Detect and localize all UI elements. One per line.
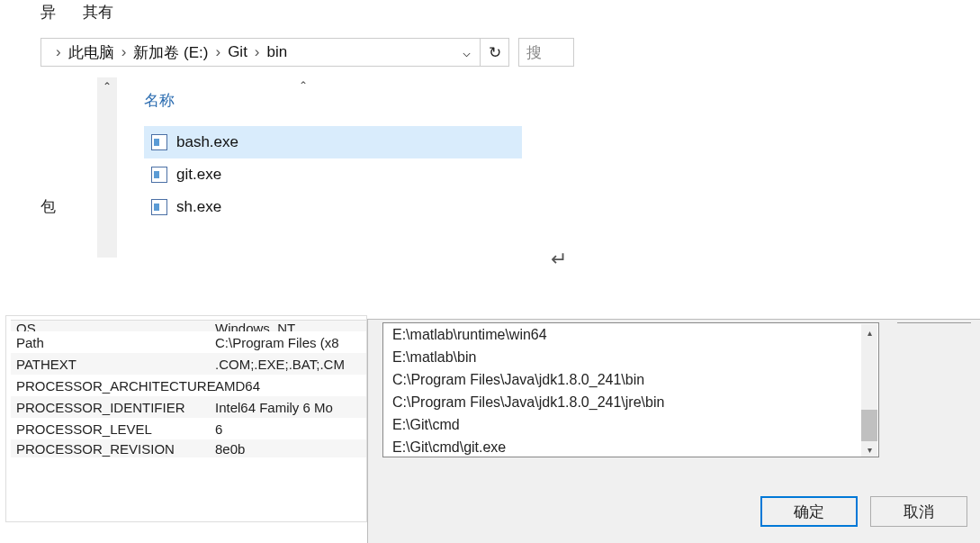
path-item[interactable]: E:\Git\cmd bbox=[383, 413, 878, 436]
file-row[interactable]: sh.exe bbox=[144, 191, 522, 223]
menu-item-1[interactable]: 异 bbox=[40, 2, 56, 23]
env-val: 8e0b bbox=[215, 441, 366, 457]
breadcrumb-sep-icon: › bbox=[247, 43, 267, 61]
cancel-button[interactable]: 取消 bbox=[870, 496, 967, 527]
env-key: PROCESSOR_LEVEL bbox=[11, 421, 215, 437]
path-item[interactable]: E:\Git\cmd\git.exe bbox=[383, 436, 878, 457]
path-item[interactable]: E:\matlab\runtime\win64 bbox=[383, 323, 878, 346]
env-val: 6 bbox=[215, 421, 366, 437]
return-arrow-icon: ↵ bbox=[551, 248, 567, 271]
path-item[interactable]: E:\matlab\bin bbox=[383, 346, 878, 368]
file-name: bash.exe bbox=[176, 133, 238, 151]
sidebar-item-label[interactable]: 包 bbox=[40, 196, 56, 217]
env-row[interactable]: PROCESSOR_REVISION 8e0b bbox=[11, 439, 366, 457]
scroll-thumb[interactable] bbox=[861, 410, 877, 441]
path-list-scrollbar[interactable]: ▴ ▾ bbox=[861, 324, 877, 457]
breadcrumb[interactable]: › 此电脑 › 新加卷 (E:) › Git › bin ⌵ bbox=[40, 38, 481, 67]
env-val: AMD64 bbox=[215, 378, 366, 394]
exe-file-icon bbox=[151, 199, 167, 215]
top-menu: 异 其有 bbox=[40, 2, 113, 23]
sidebar-scrollbar[interactable]: ⌃ bbox=[97, 77, 117, 258]
env-var-table: OS Windows_NT Path C:\Program Files (x8 … bbox=[11, 320, 366, 457]
path-item[interactable]: C:\Program Files\Java\jdk1.8.0_241\jre\b… bbox=[383, 391, 878, 413]
breadcrumb-dropdown-icon[interactable]: ⌵ bbox=[457, 44, 476, 60]
column-name-header[interactable]: 名称 bbox=[144, 90, 175, 111]
breadcrumb-sep-icon: › bbox=[114, 43, 134, 61]
path-list[interactable]: E:\matlab\runtime\win64 E:\matlab\bin C:… bbox=[382, 322, 879, 457]
path-item[interactable]: C:\Program Files\Java\jdk1.8.0_241\bin bbox=[383, 368, 878, 391]
exe-file-icon bbox=[151, 167, 167, 183]
env-val: .COM;.EXE;.BAT;.CM bbox=[215, 357, 366, 372]
env-key: Path bbox=[11, 335, 215, 350]
menu-item-2[interactable]: 其有 bbox=[83, 2, 113, 23]
env-val: Intel64 Family 6 Mo bbox=[215, 400, 366, 415]
scroll-down-icon[interactable]: ▾ bbox=[861, 441, 877, 457]
env-key: PATHEXT bbox=[11, 357, 215, 372]
file-row[interactable]: bash.exe bbox=[144, 126, 522, 158]
env-row[interactable]: OS Windows_NT bbox=[11, 321, 366, 331]
env-row[interactable]: PROCESSOR_ARCHITECTURE AMD64 bbox=[11, 375, 366, 396]
env-row[interactable]: PATHEXT .COM;.EXE;.BAT;.CM bbox=[11, 353, 366, 375]
dialog-side-button-stub bbox=[897, 322, 971, 339]
file-list: bash.exe git.exe sh.exe bbox=[144, 126, 522, 223]
ok-button[interactable]: 确定 bbox=[760, 496, 858, 527]
breadcrumb-volume[interactable]: 新加卷 (E:) bbox=[133, 42, 208, 63]
env-row[interactable]: PROCESSOR_LEVEL 6 bbox=[11, 418, 366, 439]
env-val: Windows_NT bbox=[215, 321, 366, 331]
file-name: git.exe bbox=[176, 166, 221, 184]
breadcrumb-git[interactable]: Git bbox=[228, 43, 247, 61]
env-row[interactable]: Path C:\Program Files (x8 bbox=[11, 331, 366, 353]
breadcrumb-bin[interactable]: bin bbox=[267, 43, 288, 61]
env-row[interactable]: PROCESSOR_IDENTIFIER Intel64 Family 6 Mo bbox=[11, 396, 366, 418]
address-bar: › 此电脑 › 新加卷 (E:) › Git › bin ⌵ ↻ 搜 bbox=[40, 38, 574, 67]
env-key: PROCESSOR_ARCHITECTURE bbox=[11, 378, 215, 394]
breadcrumb-sep-icon: › bbox=[49, 43, 68, 61]
env-val: C:\Program Files (x8 bbox=[215, 335, 366, 350]
file-row[interactable]: git.exe bbox=[144, 158, 522, 191]
breadcrumb-this-pc[interactable]: 此电脑 bbox=[68, 42, 114, 63]
env-key: PROCESSOR_IDENTIFIER bbox=[11, 400, 215, 415]
sort-indicator-icon: ⌃ bbox=[299, 79, 308, 92]
file-list-header: 名称 ⌃ bbox=[144, 90, 522, 111]
refresh-icon: ↻ bbox=[489, 43, 501, 62]
refresh-button[interactable]: ↻ bbox=[481, 38, 509, 67]
search-input[interactable]: 搜 bbox=[518, 38, 574, 67]
file-name: sh.exe bbox=[176, 198, 221, 216]
dialog-buttons: 确定 取消 bbox=[760, 496, 967, 527]
breadcrumb-sep-icon: › bbox=[208, 43, 228, 61]
exe-file-icon bbox=[151, 134, 167, 150]
env-key: OS bbox=[11, 321, 215, 331]
scroll-up-icon[interactable]: ⌃ bbox=[97, 77, 117, 95]
path-edit-dialog: E:\matlab\runtime\win64 E:\matlab\bin C:… bbox=[367, 319, 980, 543]
env-key: PROCESSOR_REVISION bbox=[11, 441, 215, 457]
search-placeholder: 搜 bbox=[526, 42, 542, 63]
scroll-up-icon[interactable]: ▴ bbox=[861, 324, 877, 340]
